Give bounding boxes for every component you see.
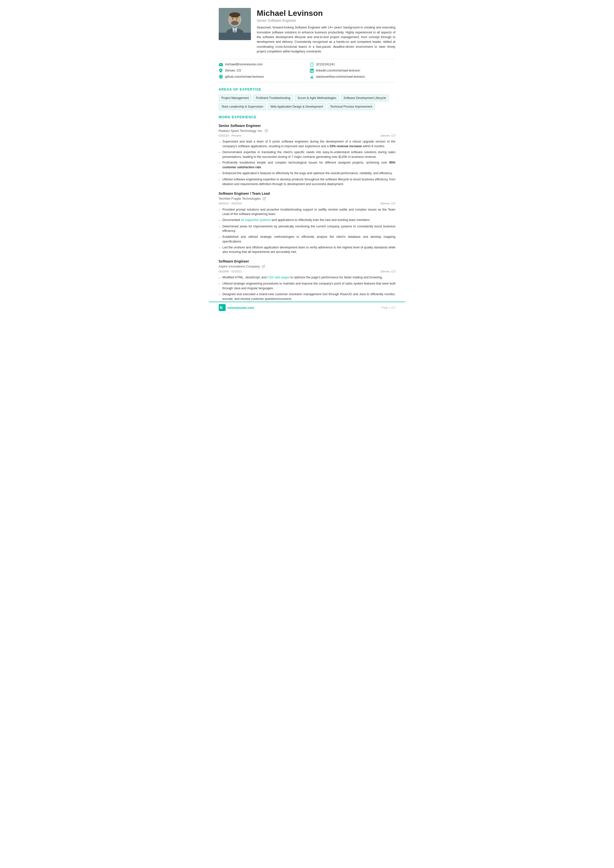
contact-linkedin: linkedin.com/in/michael.levinson	[309, 68, 396, 73]
bullet: −Demonstrated expertise in translating t…	[219, 150, 396, 160]
footer-url: novoresume.com	[228, 305, 254, 310]
tag-0: Project Management	[219, 95, 252, 101]
css-web-pages-link[interactable]: CSS web pages	[267, 276, 289, 279]
location-icon	[219, 68, 223, 73]
tag-4: Team Leadership & Supervision	[219, 103, 266, 110]
svg-point-15	[232, 18, 233, 20]
bullet: −Utilized software engineering expertise…	[219, 177, 396, 186]
job-3-bullets: −Modified HTML, JavaScript, and CSS web …	[219, 275, 396, 301]
header-info: Michael Levinson Senior Software Enginee…	[257, 8, 396, 54]
external-link-icon-1	[265, 129, 268, 132]
footer: N novoresume.com Page 1 of 2	[209, 302, 406, 311]
job-1-bullets: −Supervised and lead a team of 5 junior …	[219, 139, 396, 186]
bullet: −Led the onshore and offshore applicatio…	[219, 245, 396, 254]
job-1-title: Senior Software Engineer	[219, 123, 396, 129]
svg-rect-28	[311, 77, 313, 78]
svg-point-17	[234, 20, 236, 21]
job-2-location: Denver, CO	[381, 202, 395, 206]
external-link-icon-2	[263, 197, 266, 200]
svg-rect-25	[310, 70, 311, 72]
bullet: −Determined areas for improvements by pe…	[219, 224, 396, 234]
svg-point-18	[231, 21, 239, 25]
job-1-location: Denver, CO	[381, 133, 395, 138]
contact-email: michael@novoresume.com	[219, 62, 305, 67]
bullet: −Documented all supported systems and ap…	[219, 218, 396, 223]
location-value: Denver, CO	[225, 68, 241, 73]
candidate-summary: Seasoned, forward-looking Software Engin…	[257, 25, 396, 54]
job-1-company: Radiant Spark Technology, Inc.	[219, 129, 396, 133]
bullet: −Provided prompt solutions and proactive…	[219, 207, 396, 217]
avatar	[219, 8, 251, 40]
email-icon	[219, 62, 223, 67]
svg-point-4	[229, 12, 240, 17]
job-2-company: TechNet Fragile Technologies	[219, 196, 396, 201]
job-3-meta: 06/2006 - 01/2011 Denver, CO	[219, 270, 396, 274]
tag-3: Software Development Lifecycle	[341, 95, 389, 101]
github-icon	[219, 74, 223, 79]
svg-point-16	[236, 18, 238, 20]
job-2-title: Software Engineer / Team Lead	[219, 191, 396, 196]
job-3-company: Aspire Innovations Company	[219, 264, 396, 269]
footer-brand: N novoresume.com	[219, 304, 254, 311]
svg-rect-21	[311, 63, 312, 63]
job-2: Software Engineer / Team Lead TechNet Fr…	[219, 191, 396, 254]
header-section: Michael Levinson Senior Software Enginee…	[219, 8, 396, 54]
novoresume-logo: N	[219, 304, 225, 311]
contact-github: github.com/michael.levinson	[219, 74, 305, 79]
all-supported-systems-link[interactable]: all supported systems	[241, 218, 271, 222]
resume-page: Michael Levinson Senior Software Enginee…	[209, 0, 406, 315]
candidate-title: Senior Software Engineer	[257, 18, 396, 23]
job-2-dates: 02/2011 - 02/2014	[219, 202, 242, 206]
stackoverflow-value: stackoverflow.com/michael.levinson	[316, 74, 365, 79]
svg-point-23	[220, 70, 221, 71]
contact-phone: 32131241241	[309, 62, 396, 67]
email-value: michael@novoresume.com	[225, 62, 263, 67]
job-1-dates: 03/2014 - Present	[219, 133, 241, 138]
svg-rect-31	[311, 76, 313, 77]
job-2-meta: 02/2011 - 02/2014 Denver, CO	[219, 202, 396, 206]
contact-location: Denver, CO	[219, 68, 305, 73]
svg-point-22	[312, 65, 312, 66]
tag-6: Technical Process Improvement	[328, 103, 375, 110]
tag-1: Proficient Troubleshooting	[253, 95, 293, 101]
bullet: −Designed and executed a brand-new custo…	[219, 292, 396, 301]
linkedin-value: linkedin.com/in/michael.levinson	[316, 68, 361, 73]
svg-point-26	[310, 69, 311, 70]
bullet: −Supervised and lead a team of 5 junior …	[219, 139, 396, 149]
github-value: github.com/michael.levinson	[225, 74, 264, 79]
job-3: Software Engineer Aspire Innovations Com…	[219, 259, 396, 301]
linkedin-icon	[309, 68, 314, 73]
bullet: −Utilized strategic engineering procedur…	[219, 281, 396, 291]
phone-value: 32131241241	[316, 62, 335, 67]
tag-2: Scrum & Agile Methodologies	[295, 95, 339, 101]
svg-rect-30	[311, 77, 313, 77]
job-3-location: Denver, CO	[381, 270, 395, 274]
contact-stackoverflow: stackoverflow.com/michael.levinson	[309, 74, 396, 79]
bullet: −Enhanced the application's features to …	[219, 171, 396, 176]
expertise-tags-container: Project Management Proficient Troublesho…	[219, 95, 396, 110]
job-3-title: Software Engineer	[219, 259, 396, 264]
bullet: −Modified HTML, JavaScript, and CSS web …	[219, 275, 396, 281]
contact-section: michael@novoresume.com 32131241241 Denve…	[219, 59, 396, 82]
job-1-meta: 03/2014 - Present Denver, CO	[219, 133, 396, 138]
job-2-bullets: −Provided prompt solutions and proactive…	[219, 207, 396, 254]
footer-page-label: Page 1 of 2	[381, 305, 395, 310]
external-link-icon-3	[262, 265, 265, 268]
stackoverflow-icon	[309, 74, 314, 79]
expertise-section-title: AREAS OF EXPERTISE	[219, 87, 396, 92]
bullet: −Proficiently troubleshot simple and com…	[219, 160, 396, 170]
bullet: −Established and utilized strategic meth…	[219, 234, 396, 244]
candidate-name: Michael Levinson	[257, 9, 396, 17]
svg-text:N: N	[220, 305, 223, 310]
job-1: Senior Software Engineer Radiant Spark T…	[219, 123, 396, 186]
tag-5: Web Application Design & Development	[268, 103, 326, 110]
work-experience-section-title: WORK EXPERIENCE	[219, 115, 396, 120]
phone-icon	[309, 62, 314, 67]
job-3-dates: 06/2006 - 01/2011	[219, 270, 242, 274]
